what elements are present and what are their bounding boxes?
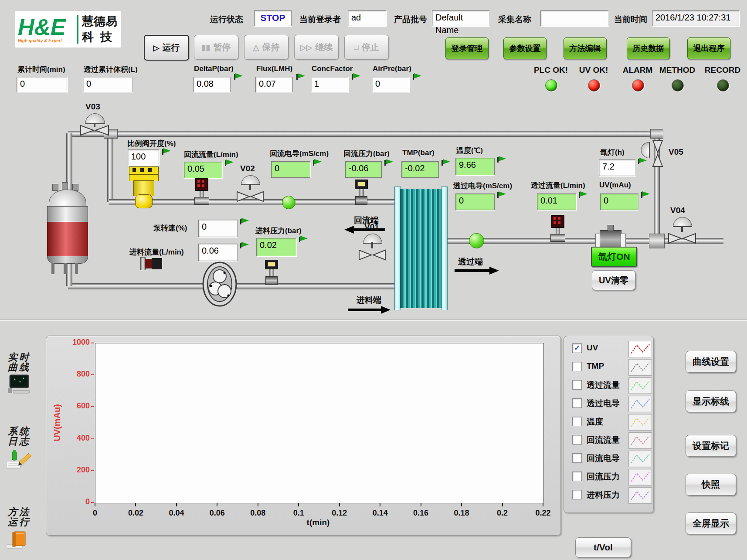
record-led [717, 79, 729, 92]
plc-ok-led [545, 79, 557, 92]
valve-body [80, 125, 109, 136]
legend-line-sample-reflux-cond[interactable] [628, 451, 652, 467]
sidebar-item-label: 实时曲线 [5, 352, 33, 372]
sidebar-item-method-run[interactable]: 方法运行 [5, 507, 33, 527]
legend-checkbox-uv[interactable]: ✓ [572, 343, 582, 353]
nav-button-exit-program[interactable]: 退出程序 [687, 37, 730, 59]
legend-checkbox-reflux-cond[interactable] [572, 453, 582, 463]
set-marks-button[interactable]: 设置标记 [686, 435, 736, 457]
legend-checkbox-reflux-flow[interactable] [572, 435, 582, 445]
x-tick-label: 0.12 [332, 509, 347, 518]
legend-checkbox-tmp[interactable] [572, 362, 582, 371]
feed-arrow-icon [347, 306, 390, 314]
legend-line-sample-perm-cond[interactable] [628, 396, 652, 412]
x-tick-mark [502, 503, 503, 506]
sidebar-item-realtime-curve[interactable]: 实时曲线 [5, 352, 33, 372]
x-tick-label: 0.18 [454, 509, 469, 518]
pump-speed-value[interactable]: 0 [198, 220, 238, 237]
deltap-value: 0.08 [193, 77, 231, 92]
sidebar-item-system-log[interactable]: 系统日志 [5, 426, 33, 446]
legend-line-sample-reflux-flow[interactable] [628, 432, 652, 449]
current-user-input[interactable]: ad [348, 10, 386, 26]
reflux-flow-sensor-icon [194, 178, 209, 205]
nav-button-method-edit[interactable]: 方法编辑 [564, 37, 607, 59]
nav-button-param-settings[interactable]: 参数设置 [503, 37, 547, 59]
curve-settings-button[interactable]: 曲线设置 [686, 351, 736, 373]
plot-area[interactable] [95, 343, 544, 503]
xenon-hours-value[interactable]: 7.2 [599, 160, 635, 176]
show-cursor-lines-button[interactable]: 显示标线 [686, 390, 736, 412]
process-diagram: V03 比例阀开度(%) 100 回流流量(L/min) 0.05 V02 [0, 92, 747, 319]
tee-top-right [650, 129, 663, 139]
resume-button[interactable]: ▷▷继续 [294, 35, 339, 60]
fullscreen-button[interactable]: 全屏显示 [686, 512, 736, 534]
legend-row-reflux-press: 回流压力 [564, 468, 653, 485]
snapshot-button[interactable]: 快照 [686, 474, 736, 496]
run-status-value: STOP [254, 10, 292, 26]
x-tick-label: 0.22 [535, 509, 550, 518]
reflux-flow-value: 0.05 [184, 162, 222, 178]
nav-button-login-manage[interactable]: 登录管理 [445, 37, 489, 59]
prop-valve-label: 比例阀开度(%) [127, 139, 176, 149]
legend-checkbox-perm-cond[interactable] [572, 398, 582, 408]
legend-line-sample-reflux-press[interactable] [628, 469, 652, 485]
reflux-line-ball-icon [282, 196, 295, 209]
legend-label-reflux-press: 回流压力 [587, 471, 620, 482]
x-tick-label: 0.16 [413, 509, 428, 518]
run-status-label: 运行状态 [210, 14, 243, 25]
legend-label-reflux-cond: 回流电导 [587, 453, 620, 464]
legend-line-sample-feed-press[interactable] [628, 487, 652, 504]
permeate-arrow-icon [454, 267, 499, 275]
logbook-icon [7, 449, 33, 473]
xenon-on-button[interactable]: 氙灯ON [591, 247, 637, 267]
x-tick-label: 0.04 [169, 509, 184, 518]
airpre-flag-icon [413, 73, 423, 80]
product-batch-input[interactable]: Default Name [432, 10, 489, 26]
xenon-hours-label: 氙灯(h) [600, 147, 625, 157]
stop-button[interactable]: □停止 [344, 35, 389, 60]
airpre-label: AirPre(bar) [373, 64, 411, 73]
legend-checkbox-perm-flow[interactable] [572, 380, 582, 390]
legend-checkbox-feed-press[interactable] [572, 490, 582, 499]
x-tick-mark [461, 503, 462, 506]
current-time-label: 当前时间 [614, 14, 647, 25]
tvol-toggle-button[interactable]: t/Vol [575, 537, 631, 557]
y-tick-label: 0 [64, 497, 90, 506]
deltap-label: DeltaP(bar) [194, 64, 234, 73]
current-time-value: 2016/1/23 10:27:31 [652, 10, 739, 26]
permeate-line-ball-icon [469, 233, 484, 248]
pause-button[interactable]: ▮▮暂停 [194, 35, 238, 60]
legend-checkbox-temperature[interactable] [572, 417, 582, 426]
y-tick-label: 200 [64, 465, 90, 475]
x-tick-mark [95, 503, 95, 506]
valve-v03[interactable] [80, 113, 109, 136]
hold-button[interactable]: △保持 [244, 35, 289, 60]
legend-line-sample-perm-flow[interactable] [628, 377, 652, 394]
y-tick-label: 800 [64, 370, 90, 379]
uv-zero-button[interactable]: UV清零 [592, 270, 635, 290]
valve-v03-label: V03 [85, 102, 100, 112]
reflux-flow-flag-icon [225, 160, 235, 166]
y-tick-mark [91, 502, 94, 503]
valve-v04[interactable] [668, 217, 696, 244]
legend-line-sample-tmp[interactable] [628, 359, 652, 376]
prop-valve-value[interactable]: 100 [128, 149, 159, 165]
collection-name-input[interactable] [540, 10, 608, 26]
feed-press-value: 0.02 [256, 238, 296, 256]
y-axis-title: UV(mAu) [52, 379, 70, 466]
feed-flow-value[interactable]: 0.06 [198, 244, 238, 261]
feed-press-label: 进料压力(bar) [255, 226, 302, 236]
uv-label: UV(mAu) [599, 181, 631, 190]
valve-v02[interactable] [236, 175, 264, 202]
legend-line-sample-uv[interactable] [628, 341, 652, 357]
nav-button-history-data[interactable]: 历史数据 [627, 37, 670, 59]
valve-v05-label: V05 [669, 147, 683, 157]
fast-forward-icon: ▷▷ [300, 43, 312, 52]
temperature-label: 温度(℃) [456, 146, 483, 156]
legend-line-sample-temperature[interactable] [628, 414, 652, 431]
run-button[interactable]: ▷运行 [144, 35, 189, 61]
valve-v05[interactable] [637, 139, 666, 167]
legend-checkbox-reflux-press[interactable] [572, 472, 582, 481]
valve-v01[interactable] [358, 234, 386, 261]
permeate-flow-sensor-icon [550, 215, 565, 242]
